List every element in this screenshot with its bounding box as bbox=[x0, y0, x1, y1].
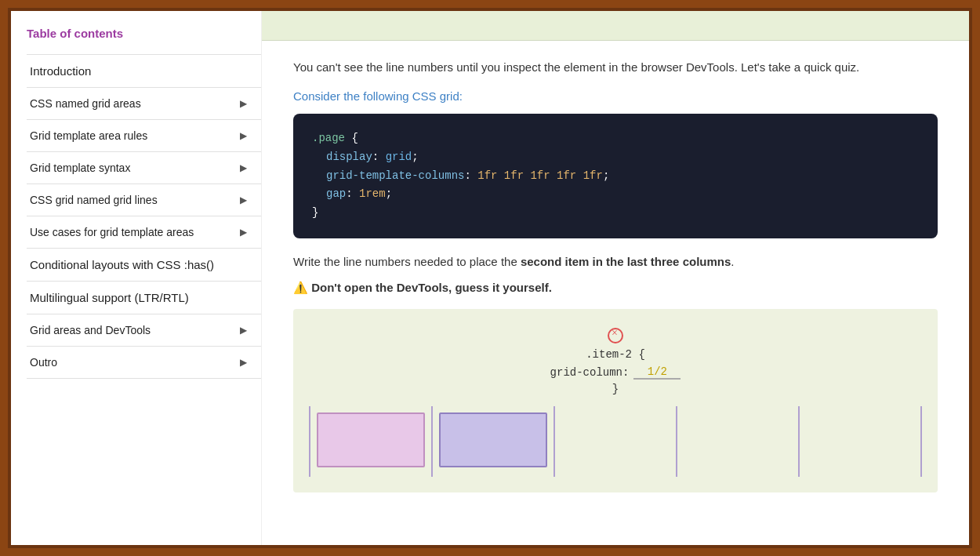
chevron-right-icon: ▶ bbox=[240, 162, 247, 173]
grid-cell-3 bbox=[554, 406, 676, 477]
item2-class: .item-2 { bbox=[309, 348, 922, 361]
grid-column-input[interactable] bbox=[633, 365, 681, 380]
sidebar-item-label: Use cases for grid template areas bbox=[30, 226, 194, 238]
chevron-right-icon: ▶ bbox=[240, 130, 247, 141]
item2-class-name: .item-2 { bbox=[586, 348, 645, 361]
paragraph-1: You can't see the line numbers until you… bbox=[293, 58, 938, 77]
sidebar-item-label: Conditional layouts with CSS :has() bbox=[30, 258, 214, 271]
sidebar: Table of contents Introduction CSS named… bbox=[11, 11, 262, 545]
sidebar-item-label: Grid template syntax bbox=[30, 162, 130, 174]
write-bold: second item in the last three columns bbox=[521, 255, 731, 268]
content-body: You can't see the line numbers until you… bbox=[262, 41, 969, 508]
code-block: .page { display: grid; grid-template-col… bbox=[293, 114, 938, 238]
sidebar-item-label: CSS named grid areas bbox=[30, 97, 141, 110]
sidebar-item-css-named-grid-areas[interactable]: CSS named grid areas ▶ bbox=[27, 87, 261, 119]
consider-text: Consider the following CSS grid: bbox=[293, 89, 938, 103]
circle-icon-wrapper bbox=[309, 328, 922, 343]
code-line-close: } bbox=[312, 204, 919, 223]
grid-cell-2 bbox=[431, 406, 554, 477]
sidebar-item-use-cases[interactable]: Use cases for grid template areas ▶ bbox=[27, 216, 261, 248]
code-selector: .page bbox=[312, 132, 345, 144]
sidebar-item-label: Outro bbox=[30, 356, 57, 369]
sidebar-item-label: Introduction bbox=[30, 64, 91, 78]
code-prop-display: display bbox=[326, 151, 372, 163]
content-area: You can't see the line numbers until you… bbox=[262, 11, 969, 545]
sidebar-item-introduction[interactable]: Introduction bbox=[27, 54, 261, 87]
write-suffix: . bbox=[731, 255, 734, 268]
chevron-right-icon: ▶ bbox=[240, 194, 247, 205]
sidebar-item-label: Grid areas and DevTools bbox=[30, 324, 151, 336]
sidebar-item-conditional-layouts[interactable]: Conditional layouts with CSS :has() bbox=[27, 248, 261, 281]
code-line-columns: grid-template-columns: 1fr 1fr 1fr 1fr 1… bbox=[312, 167, 919, 186]
sidebar-item-grid-template-area-rules[interactable]: Grid template area rules ▶ bbox=[27, 119, 261, 151]
chevron-right-icon: ▶ bbox=[240, 98, 247, 109]
warning-text: ⚠️ Don't open the DevTools, guess it you… bbox=[293, 281, 938, 295]
grid-column-row: grid-column: bbox=[309, 365, 922, 380]
grid-demo: .item-2 { grid-column: } bbox=[293, 309, 938, 492]
sidebar-item-multilingual[interactable]: Multilingual support (LTR/RTL) bbox=[27, 281, 261, 314]
toc-title: Table of contents bbox=[27, 27, 261, 40]
code-prop-gap: gap bbox=[326, 187, 346, 200]
write-prefix: Write the line numbers needed to place t… bbox=[293, 255, 521, 268]
main-content: Table of contents Introduction CSS named… bbox=[11, 11, 969, 545]
top-image-bar bbox=[262, 11, 969, 41]
app-window: Table of contents Introduction CSS named… bbox=[8, 8, 972, 548]
code-line-gap: gap: 1rem; bbox=[312, 185, 919, 204]
code-val-columns: 1fr 1fr 1fr 1fr 1fr bbox=[477, 169, 603, 182]
chevron-right-icon: ▶ bbox=[240, 325, 247, 336]
close-circle-icon bbox=[608, 328, 623, 343]
grid-visual bbox=[309, 406, 922, 477]
grid-cell-1 bbox=[309, 406, 431, 477]
write-text: Write the line numbers needed to place t… bbox=[293, 253, 938, 271]
sidebar-item-grid-template-syntax[interactable]: Grid template syntax ▶ bbox=[27, 151, 261, 184]
sidebar-item-label: CSS grid named grid lines bbox=[30, 194, 158, 206]
code-val-gap: 1rem bbox=[359, 187, 386, 200]
code-val-display: grid bbox=[386, 151, 412, 163]
code-open-brace: { bbox=[351, 132, 358, 144]
sidebar-item-outro[interactable]: Outro ▶ bbox=[27, 346, 261, 379]
code-prop-columns: grid-template-columns bbox=[326, 169, 464, 182]
chevron-right-icon: ▶ bbox=[240, 227, 247, 238]
code-line-selector: .page { bbox=[312, 129, 919, 148]
code-line-display: display: grid; bbox=[312, 148, 919, 167]
closing-brace: } bbox=[309, 383, 922, 395]
sidebar-item-label: Multilingual support (LTR/RTL) bbox=[30, 291, 189, 304]
grid-cell-5 bbox=[798, 406, 922, 477]
chevron-right-icon: ▶ bbox=[240, 357, 247, 368]
sidebar-item-css-grid-named-grid-lines[interactable]: CSS grid named grid lines ▶ bbox=[27, 184, 261, 216]
grid-box-1 bbox=[317, 412, 426, 467]
sidebar-item-label: Grid template area rules bbox=[30, 129, 147, 142]
sidebar-item-grid-devtools[interactable]: Grid areas and DevTools ▶ bbox=[27, 314, 261, 346]
grid-cell-4 bbox=[676, 406, 798, 477]
grid-box-2 bbox=[439, 412, 548, 467]
grid-column-prop: grid-column: bbox=[550, 366, 630, 379]
